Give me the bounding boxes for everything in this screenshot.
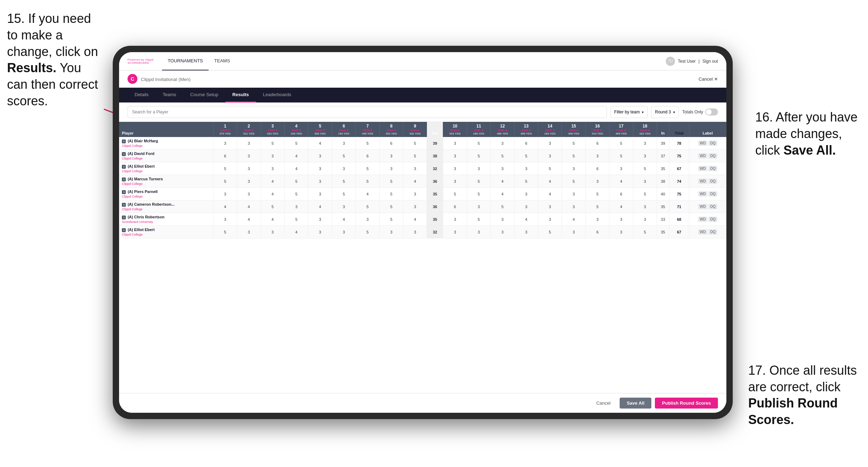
hole-4-score[interactable]: 4 [285,226,308,238]
hole-1-score[interactable]: 3 [213,137,237,150]
hole-9-score[interactable]: 5 [403,150,427,162]
hole-3-score[interactable]: 4 [261,188,284,200]
hole-1-score[interactable]: 5 [213,162,237,175]
hole-17-score[interactable]: 5 [609,150,633,162]
hole-8-score[interactable]: 3 [379,162,403,175]
save-all-button[interactable]: Save All [620,398,651,409]
hole-11-score[interactable]: 5 [467,137,490,150]
player-name[interactable]: (A) Elliot Ebert [128,164,154,168]
hole-3-score[interactable]: 4 [261,213,284,226]
hole-18-score[interactable]: 3 [633,200,657,213]
hole-17-score[interactable]: 3 [609,162,633,175]
hole-7-score[interactable]: 5 [356,200,379,213]
hole-14-score[interactable]: 5 [538,226,562,238]
tournament-cancel[interactable]: Cancel ✕ [699,76,718,82]
hole-18-score[interactable]: 3 [633,137,657,150]
hole-18-score[interactable]: 3 [633,175,657,188]
totals-only-toggle[interactable] [705,108,718,116]
hole-15-score[interactable]: 5 [562,175,585,188]
tab-course-setup[interactable]: Course Setup [183,88,225,102]
dq-button[interactable]: DQ [708,141,717,146]
hole-10-score[interactable]: 3 [443,150,467,162]
wd-button[interactable]: WD [698,179,708,184]
hole-10-score[interactable]: 5 [443,188,467,200]
hole-1-score[interactable]: 5 [213,175,237,188]
hole-11-score[interactable]: 3 [467,162,490,175]
hole-4-score[interactable]: 3 [285,200,308,213]
hole-1-score[interactable]: 3 [213,213,237,226]
hole-5-score[interactable]: 3 [308,226,332,238]
hole-17-score[interactable]: 3 [609,213,633,226]
hole-11-score[interactable]: 5 [467,213,490,226]
hole-15-score[interactable]: 3 [562,200,585,213]
hole-11-score[interactable]: 5 [467,175,490,188]
hole-10-score[interactable]: 3 [443,137,467,150]
hole-10-score[interactable]: 3 [443,226,467,238]
hole-7-score[interactable]: 5 [356,175,379,188]
hole-9-score[interactable]: 4 [403,175,427,188]
dq-button[interactable]: DQ [708,166,717,171]
publish-round-scores-button[interactable]: Publish Round Scores [655,398,718,409]
nav-teams[interactable]: TEAMS [209,52,236,70]
hole-15-score[interactable]: 4 [562,213,585,226]
sign-out-link[interactable]: Sign out [702,59,718,64]
hole-6-score[interactable]: 5 [332,188,355,200]
hole-14-score[interactable]: 3 [538,150,562,162]
hole-10-score[interactable]: 3 [443,175,467,188]
hole-10-score[interactable]: 3 [443,213,467,226]
hole-12-score[interactable]: 4 [491,188,514,200]
hole-12-score[interactable]: 3 [491,213,514,226]
hole-4-score[interactable]: 5 [285,175,308,188]
wd-button[interactable]: WD [698,153,708,158]
hole-1-score[interactable]: 3 [213,188,237,200]
hole-14-score[interactable]: 4 [538,175,562,188]
player-name[interactable]: (A) Elliot Ebert [128,228,154,232]
hole-6-score[interactable]: 3 [332,226,355,238]
hole-5-score[interactable]: 4 [308,137,332,150]
hole-2-score[interactable]: 3 [237,226,261,238]
player-name[interactable]: (A) Marcus Turners [128,177,163,181]
hole-3-score[interactable]: 5 [261,137,284,150]
hole-5-score[interactable]: 4 [308,200,332,213]
hole-11-score[interactable]: 3 [467,226,490,238]
hole-6-score[interactable]: 4 [332,213,355,226]
tab-leaderboards[interactable]: Leaderboards [256,88,298,102]
hole-4-score[interactable]: 5 [285,213,308,226]
hole-5-score[interactable]: 3 [308,175,332,188]
dq-button[interactable]: DQ [708,153,717,158]
hole-13-score[interactable]: 3 [514,200,538,213]
nav-tournaments[interactable]: TOURNAMENTS [162,52,209,70]
wd-button[interactable]: WD [698,204,708,209]
hole-3-score[interactable]: 3 [261,162,284,175]
hole-5-score[interactable]: 3 [308,188,332,200]
hole-12-score[interactable]: 5 [491,150,514,162]
hole-13-score[interactable]: 3 [514,226,538,238]
hole-1-score[interactable]: 6 [213,150,237,162]
hole-4-score[interactable]: 5 [285,188,308,200]
hole-13-score[interactable]: 3 [514,188,538,200]
hole-17-score[interactable]: 5 [609,137,633,150]
hole-15-score[interactable]: 3 [562,162,585,175]
hole-7-score[interactable]: 4 [356,188,379,200]
hole-15-score[interactable]: 5 [562,137,585,150]
hole-8-score[interactable]: 5 [379,213,403,226]
hole-16-score[interactable]: 3 [585,150,609,162]
tab-details[interactable]: Details [128,88,156,102]
hole-4-score[interactable]: 4 [285,162,308,175]
wd-button[interactable]: WD [698,141,708,146]
hole-17-score[interactable]: 4 [609,175,633,188]
hole-18-score[interactable]: 5 [633,226,657,238]
hole-12-score[interactable]: 3 [491,226,514,238]
hole-7-score[interactable]: 3 [356,213,379,226]
hole-17-score[interactable]: 6 [609,188,633,200]
hole-15-score[interactable]: 5 [562,150,585,162]
player-name[interactable]: (A) David Ford [128,151,154,156]
search-input[interactable] [128,106,607,118]
hole-7-score[interactable]: 5 [356,137,379,150]
hole-9-score[interactable]: 5 [403,137,427,150]
hole-9-score[interactable]: 3 [403,162,427,175]
hole-5-score[interactable]: 3 [308,213,332,226]
hole-5-score[interactable]: 3 [308,162,332,175]
hole-6-score[interactable]: 5 [332,150,355,162]
hole-4-score[interactable]: 4 [285,150,308,162]
